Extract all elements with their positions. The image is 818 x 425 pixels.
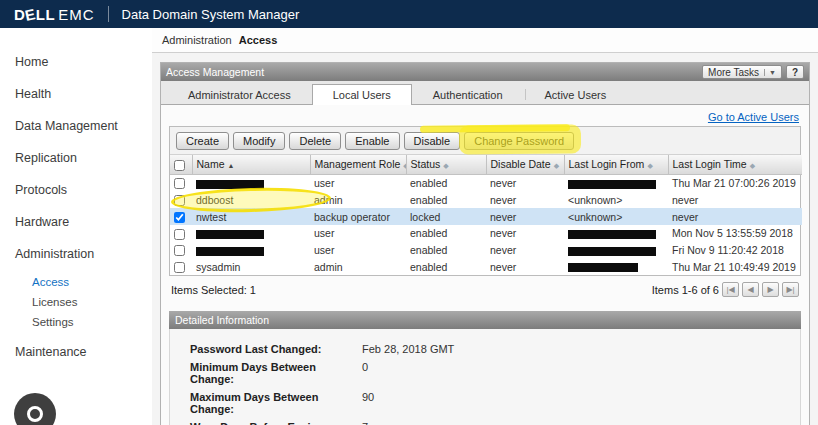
tab-local-users[interactable]: Local Users: [312, 84, 412, 105]
disable-button[interactable]: Disable: [404, 132, 461, 150]
change-password-button[interactable]: Change Password: [464, 132, 574, 150]
row-checkbox[interactable]: [174, 178, 185, 189]
tab-administrator-access[interactable]: Administrator Access: [167, 84, 312, 104]
redacted-username: [196, 180, 264, 189]
more-tasks-label: More Tasks: [708, 67, 759, 78]
column-header-last-login-from[interactable]: Last Login From◆: [564, 155, 668, 174]
table-toolbar: Create Modify Delete Enable Disable Chan…: [170, 127, 800, 155]
redacted-username: [196, 230, 264, 239]
detail-label: Password Last Changed:: [190, 343, 362, 355]
breadcrumb-section[interactable]: Administration: [162, 34, 232, 46]
items-range-label: Items 1-6 of 6: [652, 284, 719, 296]
cell-role: user: [310, 174, 406, 191]
more-tasks-button[interactable]: More Tasks ▼: [702, 65, 782, 79]
tab-authentication[interactable]: Authentication: [412, 84, 524, 104]
sidebar-item-access[interactable]: Access: [0, 272, 152, 292]
table-footer: Items Selected: 1 Items 1-6 of 6 |◀ ◀ ▶ …: [169, 276, 801, 301]
previous-page-button[interactable]: ◀: [742, 282, 759, 297]
column-header-name[interactable]: Name▲: [192, 155, 310, 174]
panel-title: Access Management: [166, 66, 264, 78]
chevron-down-icon: ▼: [764, 69, 776, 76]
delete-button[interactable]: Delete: [289, 132, 341, 150]
row-checkbox[interactable]: [174, 245, 185, 256]
create-button[interactable]: Create: [176, 132, 229, 150]
detail-label: Maximum Days Between Change:: [190, 391, 362, 415]
cell-last-login-time: Mon Nov 5 13:55:59 2018: [668, 225, 802, 242]
next-page-button[interactable]: ▶: [762, 282, 779, 297]
column-header-disable-date[interactable]: Disable Date◆: [486, 155, 564, 174]
support-ring-icon: [27, 406, 43, 422]
row-checkbox[interactable]: [174, 229, 185, 240]
sidebar-item-home[interactable]: Home: [0, 46, 152, 78]
cell-role: user: [310, 242, 406, 259]
cell-last-login-time: Thu Mar 21 07:00:26 2019: [668, 174, 802, 191]
select-all-checkbox[interactable]: [174, 160, 185, 171]
sidebar-item-maintenance[interactable]: Maintenance: [0, 336, 152, 368]
tab-content: Go to Active Users Create Modify Delete …: [161, 105, 809, 425]
cell-status: enabled: [406, 242, 486, 259]
cell-disable-date: never: [486, 242, 564, 259]
row-checkbox[interactable]: [174, 212, 185, 223]
cell-disable-date: never: [486, 191, 564, 208]
table-row-ddboost[interactable]: ddboost admin enabled never <unknown> ne…: [170, 191, 802, 208]
sort-ascending-icon: ▲: [228, 162, 235, 169]
sidebar-item-replication[interactable]: Replication: [0, 142, 152, 174]
last-page-button[interactable]: ▶|: [782, 282, 799, 297]
sidebar-item-health[interactable]: Health: [0, 78, 152, 110]
enable-button[interactable]: Enable: [345, 132, 399, 150]
cell-status: locked: [406, 208, 486, 225]
row-checkbox[interactable]: [174, 262, 185, 273]
redacted-username: [196, 247, 264, 256]
sort-icon: ◆: [750, 162, 755, 169]
cell-disable-date: never: [486, 208, 564, 225]
sidebar-item-protocols[interactable]: Protocols: [0, 174, 152, 206]
local-users-table-box: Create Modify Delete Enable Disable Chan…: [169, 126, 801, 276]
dellemc-logo: DELLEMC: [14, 6, 95, 23]
cell-last-login-from: <unknown>: [564, 191, 668, 208]
app-window: DELLEMC Data Domain System Manager Home …: [0, 0, 818, 425]
cell-status: enabled: [406, 191, 486, 208]
cell-status: enabled: [406, 258, 486, 275]
table-row[interactable]: user enabled never Thu Mar 21 07:00:26 2…: [170, 174, 802, 191]
support-chat-icon[interactable]: [14, 393, 56, 425]
logo-text: LL: [36, 6, 55, 23]
table-row-sysadmin[interactable]: sysadmin admin enabled never Thu Mar 21 …: [170, 258, 802, 275]
app-title: Data Domain System Manager: [122, 7, 300, 22]
table-row-nwtest-selected[interactable]: nwtest backup operator locked never <unk…: [170, 208, 802, 225]
sidebar-item-administration[interactable]: Administration: [0, 238, 152, 270]
cell-name: nwtest: [192, 208, 310, 225]
column-header-status[interactable]: Status◆: [406, 155, 486, 174]
sidebar: Home Health Data Management Replication …: [0, 28, 152, 425]
sidebar-item-hardware[interactable]: Hardware: [0, 206, 152, 238]
go-to-active-users-link[interactable]: Go to Active Users: [708, 111, 799, 123]
sort-icon: ◆: [443, 162, 448, 169]
sidebar-item-settings[interactable]: Settings: [0, 312, 152, 332]
redacted-login-from: [568, 180, 656, 189]
column-header-management-role[interactable]: Management Role◆: [310, 155, 406, 174]
cell-status: enabled: [406, 225, 486, 242]
modify-button[interactable]: Modify: [233, 132, 285, 150]
table-row[interactable]: user enabled never Fri Nov 9 11:20:42 20…: [170, 242, 802, 259]
table-row[interactable]: user enabled never Mon Nov 5 13:55:59 20…: [170, 225, 802, 242]
detail-value: Feb 28, 2018 GMT: [362, 343, 454, 355]
redacted-login-from: [568, 263, 638, 272]
sidebar-item-data-management[interactable]: Data Management: [0, 110, 152, 142]
sort-icon: ◆: [554, 162, 559, 169]
panel-header: Access Management More Tasks ▼ ?: [161, 63, 809, 81]
redacted-login-from: [568, 230, 656, 239]
select-all-checkbox-cell: [170, 155, 192, 174]
first-page-button[interactable]: |◀: [722, 282, 739, 297]
cell-last-login-from: <unknown>: [564, 208, 668, 225]
main-area: Administration Access Access Management …: [152, 28, 818, 425]
topbar-divider: [108, 6, 109, 22]
top-bar: DELLEMC Data Domain System Manager: [0, 0, 818, 28]
cell-role: admin: [310, 258, 406, 275]
sidebar-item-licenses[interactable]: Licenses: [0, 292, 152, 312]
help-button[interactable]: ?: [786, 65, 804, 79]
column-header-last-login-time[interactable]: Last Login Time◆: [668, 155, 802, 174]
tab-active-users[interactable]: Active Users: [524, 84, 628, 104]
detail-label: Minimum Days Between Change:: [190, 361, 362, 385]
row-checkbox[interactable]: [174, 195, 185, 206]
redacted-login-from: [568, 247, 656, 256]
cell-role: user: [310, 225, 406, 242]
